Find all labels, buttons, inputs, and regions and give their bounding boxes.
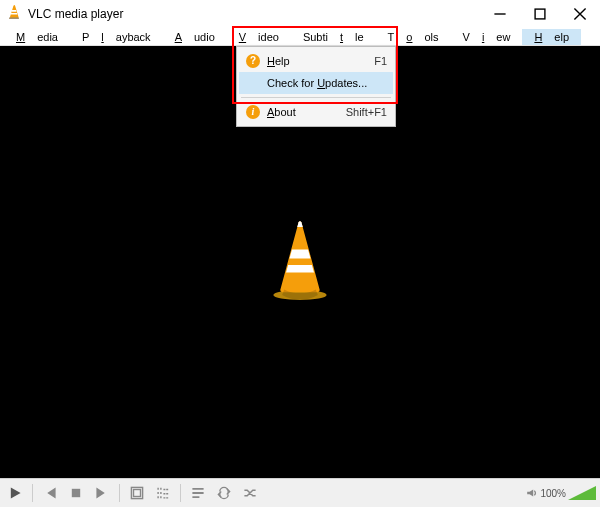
menu-view[interactable]: View	[451, 29, 523, 45]
menu-item-shortcut: Shift+F1	[346, 106, 387, 118]
close-button[interactable]	[560, 0, 600, 28]
window-title: VLC media player	[28, 7, 123, 21]
prev-button[interactable]	[39, 482, 61, 504]
menu-tools[interactable]: Tools	[376, 29, 451, 45]
svg-rect-1	[535, 9, 545, 19]
volume-percent: 100%	[540, 488, 566, 499]
vlc-cone-icon	[265, 218, 335, 306]
menu-help[interactable]: Help	[522, 29, 581, 45]
menu-label: udio	[188, 29, 221, 45]
menu-label: le	[349, 29, 370, 45]
volume-slider[interactable]	[568, 486, 596, 500]
menu-label: edia	[31, 29, 64, 45]
svg-rect-3	[72, 489, 80, 497]
maximize-button[interactable]	[520, 0, 560, 28]
separator	[32, 484, 33, 502]
next-button[interactable]	[91, 482, 113, 504]
menu-label: ayback	[110, 29, 157, 45]
window-controls	[480, 0, 600, 28]
menu-label: V	[457, 29, 476, 45]
playback-controls: 100%	[0, 478, 600, 507]
menu-item-label: About	[267, 106, 340, 118]
volume-control[interactable]: 100%	[526, 486, 596, 500]
stop-button[interactable]	[65, 482, 87, 504]
help-menu-dropdown: ? Help F1 Check for Updates... i About S…	[236, 46, 396, 127]
blank-icon	[245, 75, 261, 91]
menu-label: Subti	[297, 29, 334, 45]
menu-label: ols	[418, 29, 444, 45]
menu-item-shortcut: F1	[374, 55, 387, 67]
minimize-button[interactable]	[480, 0, 520, 28]
separator	[180, 484, 181, 502]
shuffle-button[interactable]	[239, 482, 261, 504]
vlc-cone-icon	[6, 4, 22, 24]
menu-playback[interactable]: Playback	[70, 29, 163, 45]
menu-label: ideo	[252, 29, 285, 45]
menu-audio[interactable]: Audio	[163, 29, 227, 45]
fullscreen-button[interactable]	[126, 482, 148, 504]
play-button[interactable]	[4, 482, 26, 504]
menu-label: T	[382, 29, 401, 45]
menu-subtitle[interactable]: Subtitle	[291, 29, 376, 45]
info-icon: i	[245, 104, 261, 120]
menu-media[interactable]: Media	[4, 29, 70, 45]
help-menu-item-help[interactable]: ? Help F1	[239, 50, 393, 72]
menu-label: elp	[548, 29, 575, 45]
svg-rect-0	[9, 17, 19, 18]
speaker-icon	[526, 487, 538, 499]
titlebar: VLC media player	[0, 0, 600, 28]
help-menu-item-check-updates[interactable]: Check for Updates...	[239, 72, 393, 94]
svg-rect-5	[134, 490, 141, 497]
menu-label: ew	[490, 29, 516, 45]
ext-settings-button[interactable]	[152, 482, 174, 504]
loop-button[interactable]	[213, 482, 235, 504]
menu-separator	[241, 97, 391, 98]
help-menu-item-about[interactable]: i About Shift+F1	[239, 101, 393, 123]
playlist-button[interactable]	[187, 482, 209, 504]
menu-label: P	[76, 29, 95, 45]
menu-item-label: Help	[267, 55, 368, 67]
menu-video[interactable]: Video	[227, 29, 291, 45]
separator	[119, 484, 120, 502]
menubar: Media Playback Audio Video Subtitle Tool…	[0, 28, 600, 46]
help-icon: ?	[245, 53, 261, 69]
menu-item-label: Check for Updates...	[267, 77, 387, 89]
